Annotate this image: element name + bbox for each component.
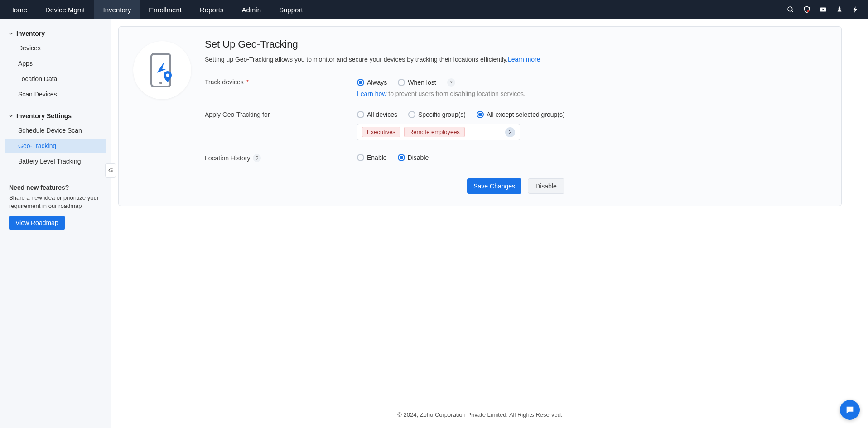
svg-point-12 [850, 409, 851, 409]
promo-text: Share a new idea or prioritize your requ… [9, 194, 101, 210]
bolt-icon[interactable] [852, 5, 859, 14]
svg-point-0 [788, 7, 792, 11]
sidebar: Inventory Devices Apps Location Data Sca… [0, 19, 111, 428]
group-multiselect[interactable]: Executives Remote employees 2 [357, 124, 520, 140]
disable-button[interactable]: Disable [528, 178, 564, 194]
radio-label: Specific group(s) [418, 111, 466, 118]
help-track-devices[interactable]: ? [447, 78, 455, 87]
sidebar-section-title: Inventory Settings [16, 112, 72, 120]
svg-point-2 [807, 10, 810, 13]
chevron-down-icon [8, 113, 14, 119]
promo-heading: Need new features? [9, 184, 101, 191]
required-asterisk: * [246, 78, 249, 86]
chevron-down-icon [8, 31, 14, 36]
sidebar-item-geo-tracking[interactable]: Geo-Tracking [5, 139, 106, 153]
top-nav-right [786, 5, 859, 14]
row-track-devices: Track devices * Always When lost ? Learn… [205, 78, 827, 97]
radio-label: All devices [367, 111, 397, 118]
svg-point-13 [851, 409, 852, 409]
action-buttons: Save Changes Disable [205, 178, 827, 194]
collapse-icon [107, 167, 114, 173]
svg-point-10 [166, 74, 169, 77]
apply-for-label: Apply Geo-Tracking for [205, 111, 270, 118]
chip-executives[interactable]: Executives [362, 127, 400, 137]
nav-reports[interactable]: Reports [191, 0, 233, 19]
search-icon[interactable] [786, 5, 795, 14]
radio-label: Always [367, 79, 387, 86]
sidebar-collapse-toggle[interactable] [105, 163, 116, 178]
chip-remote-employees[interactable]: Remote employees [404, 127, 465, 137]
main-content: Set Up Geo-Tracking Setting up Geo-Track… [111, 19, 868, 428]
sidebar-promo: Need new features? Share a new idea or p… [0, 177, 111, 237]
track-devices-label: Track devices [205, 78, 244, 86]
location-history-label: Location History [205, 154, 250, 162]
radio-label: When lost [408, 79, 436, 86]
nav-inventory[interactable]: Inventory [94, 0, 140, 19]
radio-track-when-lost[interactable]: When lost [398, 79, 436, 86]
radio-track-always[interactable]: Always [357, 79, 387, 86]
help-location-history[interactable]: ? [253, 154, 261, 162]
radio-all-except-groups[interactable]: All except selected group(s) [477, 111, 565, 118]
sidebar-section-inventory[interactable]: Inventory [0, 27, 111, 40]
page-title: Set Up Geo-Tracking [205, 38, 827, 50]
page-desc-text: Setting up Geo-Tracking allows you to mo… [205, 56, 508, 63]
radio-label: Disable [408, 154, 429, 161]
sidebar-section-title: Inventory [16, 30, 45, 37]
nav-admin[interactable]: Admin [232, 0, 270, 19]
svg-point-9 [159, 82, 162, 84]
hero-device-location-icon [133, 41, 191, 99]
track-devices-hint: Learn how to prevent users from disablin… [357, 90, 827, 97]
nav-support[interactable]: Support [270, 0, 312, 19]
sidebar-item-schedule-scan[interactable]: Schedule Device Scan [5, 123, 106, 138]
svg-point-11 [848, 409, 849, 409]
top-nav: Home Device Mgmt Inventory Enrollment Re… [0, 0, 868, 19]
notification-icon[interactable] [835, 5, 844, 14]
nav-enrollment[interactable]: Enrollment [140, 0, 191, 19]
row-apply-for: Apply Geo-Tracking for All devices Speci… [205, 111, 827, 140]
geo-tracking-card: Set Up Geo-Tracking Setting up Geo-Track… [118, 26, 842, 206]
sidebar-item-location-data[interactable]: Location Data [5, 72, 106, 86]
chip-count: 2 [505, 127, 515, 137]
svg-line-1 [792, 11, 793, 12]
radio-history-disable[interactable]: Disable [398, 154, 429, 161]
footer-copyright: © 2024, Zoho Corporation Private Limited… [118, 402, 842, 421]
sidebar-item-battery-tracking[interactable]: Battery Level Tracking [5, 154, 106, 168]
page-description: Setting up Geo-Tracking allows you to mo… [205, 56, 827, 63]
radio-label: All except selected group(s) [487, 111, 565, 118]
chat-icon [845, 405, 855, 415]
hint-text: to prevent users from disabling location… [386, 90, 526, 97]
row-location-history: Location History ? Enable Disable [205, 154, 827, 165]
sidebar-item-apps[interactable]: Apps [5, 56, 106, 71]
save-changes-button[interactable]: Save Changes [467, 178, 521, 194]
video-icon[interactable] [819, 5, 827, 14]
learn-how-link[interactable]: Learn how [357, 90, 386, 97]
shield-icon[interactable] [803, 5, 811, 14]
top-nav-left: Home Device Mgmt Inventory Enrollment Re… [0, 0, 312, 19]
view-roadmap-button[interactable]: View Roadmap [9, 216, 65, 230]
chat-fab[interactable] [840, 400, 860, 420]
radio-specific-groups[interactable]: Specific group(s) [408, 111, 466, 118]
radio-label: Enable [367, 154, 387, 161]
nav-device-mgmt[interactable]: Device Mgmt [36, 0, 94, 19]
sidebar-section-inventory-settings[interactable]: Inventory Settings [0, 110, 111, 122]
radio-history-enable[interactable]: Enable [357, 154, 387, 161]
learn-more-link[interactable]: Learn more [508, 56, 540, 63]
sidebar-item-scan-devices[interactable]: Scan Devices [5, 87, 106, 101]
sidebar-item-devices[interactable]: Devices [5, 41, 106, 55]
nav-home[interactable]: Home [0, 0, 36, 19]
radio-all-devices[interactable]: All devices [357, 111, 397, 118]
